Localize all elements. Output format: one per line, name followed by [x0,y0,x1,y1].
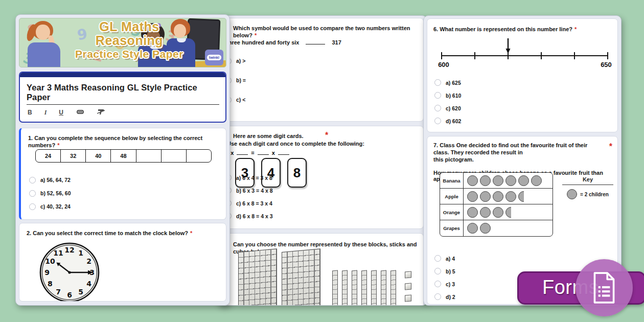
question-1-card: 1. Can you complete the sequence below b… [19,128,226,220]
radio-button[interactable] [434,118,441,124]
clock-number: 10 [45,257,55,265]
underline-button[interactable]: U [59,109,63,116]
required-asterisk: * [574,26,577,32]
question-4-equation: 6 x=x [226,149,292,156]
sequence-cell [162,150,187,162]
answer-option[interactable]: b) 6 x 3 = 4 x 8 [225,184,273,197]
question-7-text-continued: this pictogram. [433,156,617,163]
pictogram-row: Grapes [440,220,553,236]
clock-number: 6 [67,291,72,299]
answer-option[interactable]: d) 2 [434,290,455,303]
option-label: a) 4 [446,256,455,262]
pictogram-circle [493,191,503,202]
answer-option[interactable]: c) 620 [434,102,461,114]
clear-formatting-icon[interactable] [97,108,105,117]
option-label: c) 620 [446,105,461,111]
radio-button[interactable] [434,268,441,274]
required-asterisk: * [609,142,612,151]
answer-option[interactable]: a) 56, 64, 72 [29,173,71,187]
radio-button[interactable] [434,281,441,287]
clock-number: 1 [78,249,83,257]
unit-cube [405,271,411,278]
answer-option[interactable]: b) 52, 56, 60 [29,187,71,200]
clock-number: 3 [89,268,95,277]
option-label: b) 52, 56, 60 [40,190,71,196]
ten-stick [381,270,386,306]
pictogram-circle [531,175,542,186]
clock-number: 8 [48,280,53,288]
radio-button[interactable] [434,105,441,111]
form-title-card[interactable]: Year 3 Maths Reasoning GL Style Practice… [19,72,226,123]
bold-button[interactable]: B [28,109,32,116]
insert-link-icon[interactable] [76,109,85,116]
radio-button[interactable] [434,79,441,86]
answer-option[interactable]: b) 5 [434,265,455,278]
pictogram-row-label: Grapes [440,220,464,236]
number-line-image: 600 650 [436,36,616,70]
option-label: b) 6 x 3 = 4 x 8 [236,188,273,194]
key-circle-icon [567,189,577,199]
base-ten-blocks-image [238,252,420,306]
form-title[interactable]: Year 3 Maths Reasoning GL Style Practice… [27,83,219,102]
radio-button[interactable] [29,190,36,197]
answer-option[interactable]: c) 40, 32, 24 [29,200,71,213]
radio-button[interactable] [29,177,36,183]
radio-button[interactable] [434,255,441,262]
ten-stick [390,270,396,306]
option-label: a) 6 x 4 = 3 x 8 [236,175,272,181]
twinkl-logo: twinkl [205,50,223,65]
pictogram-row: Apple [440,189,553,204]
radio-button[interactable] [29,203,36,210]
question-3-text: Which symbol would be used to compare th… [221,18,423,39]
pictogram-circle [480,191,491,202]
italic-button[interactable]: I [44,109,47,116]
digit-card: 8 [287,158,307,188]
answer-option[interactable]: a) 625 [434,76,461,89]
answer-option[interactable]: a) 4 [434,252,455,265]
pictogram-circle [505,191,516,202]
pictogram-circle [467,223,478,234]
answer-option[interactable]: a) 6 x 4 = 3 x 8 [225,171,273,184]
answer-blank [237,149,248,155]
option-label: a) 625 [446,80,461,86]
sequence-table: 24324048 [35,149,212,163]
option-label: c) 40, 32, 24 [40,203,71,210]
answer-blank [258,149,269,155]
title-underline [27,104,219,105]
answer-option[interactable]: c) 6 x 8 = 3 x 4 [225,197,273,210]
pictogram-half-circle [505,207,511,218]
hundred-block [282,248,320,306]
required-asterisk: * [190,230,192,236]
google-forms-icon [576,259,633,316]
answer-option[interactable]: c) 3 [434,278,455,290]
sequence-cell [136,150,162,162]
form-screenshot-panel-2: Which symbol would be used to compare th… [217,15,427,306]
banner-title-line2: Reasoning [62,34,196,48]
answer-option[interactable]: b) 610 [434,89,461,102]
ten-stick [361,270,367,306]
pictogram-row: Orange [440,204,553,220]
text-format-toolbar: B I U [28,109,225,116]
pictogram-circle [493,175,503,186]
title-card-topbar [20,73,225,77]
pictogram-circle [518,175,529,186]
form-description[interactable]: Can you use your knowledge of Maths prob… [28,121,218,123]
clock-number: 4 [86,280,91,288]
required-asterisk: * [57,142,59,148]
question-3-stem: Three hundred and forty six317 [225,39,341,45]
option-label: c) < [236,97,245,103]
question-6-text: 6. What number is represented on this nu… [427,19,617,33]
clock-image: 121234567891011 [39,242,100,302]
option-label: d) 6 x 8 = 4 x 3 [236,213,273,219]
question-6-card: 6. What number is represented on this nu… [427,18,618,132]
answer-option[interactable]: d) 602 [434,114,461,127]
clock-number: 2 [86,257,91,265]
radio-button[interactable] [434,293,441,300]
radio-button[interactable] [434,92,441,99]
question-4-options: a) 6 x 4 = 3 x 8b) 6 x 3 = 4 x 8c) 6 x 8… [225,171,273,222]
pictogram-circle [467,175,478,186]
option-label: d) 2 [446,294,455,300]
question-6-options: a) 625b) 610c) 620d) 602 [434,76,461,127]
pictogram-table: BananaAppleOrangeGrapes [440,172,553,237]
answer-option[interactable]: d) 6 x 8 = 4 x 3 [225,210,273,222]
